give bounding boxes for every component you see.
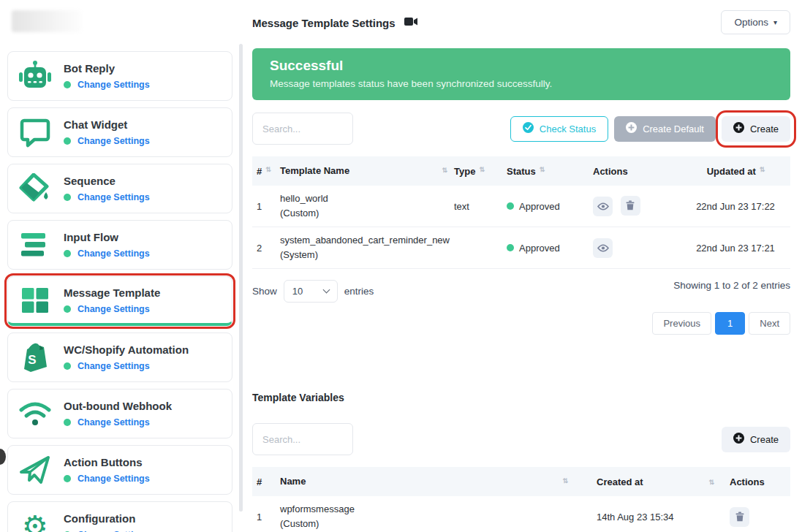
check-status-button[interactable]: Check Status	[510, 116, 608, 142]
templates-table-footer: Show 10 entries Showing 1 to 2 of 2 entr…	[252, 280, 790, 303]
pagination: Previous 1 Next	[252, 312, 790, 335]
col-header-template-name[interactable]: Template Name⇅	[280, 164, 454, 178]
sort-icon: ⇅	[540, 166, 545, 173]
sidebar-item-input-flow[interactable]: Input Flow Change Settings	[7, 220, 232, 270]
change-settings-link[interactable]: Change Settings	[77, 417, 150, 428]
robot-icon	[17, 60, 53, 92]
create-variable-label: Create	[750, 434, 779, 445]
check-circle-icon	[523, 122, 534, 135]
create-template-button[interactable]: Create	[722, 116, 790, 142]
page-size-select[interactable]: 10	[284, 280, 338, 303]
next-page-button[interactable]: Next	[749, 312, 790, 335]
status-dot	[507, 244, 514, 251]
edge-floating-widget[interactable]	[0, 449, 6, 465]
created-at: 14th Aug 23 15:34	[575, 512, 721, 522]
change-settings-link[interactable]: Change Settings	[77, 80, 150, 90]
previous-page-button[interactable]: Previous	[652, 312, 711, 335]
status-dot	[64, 81, 71, 88]
status-dot	[64, 250, 71, 257]
change-settings-link[interactable]: Change Settings	[77, 361, 150, 371]
template-name-cell: system_abandoned_cart_reminder_new (Syst…	[280, 233, 454, 262]
status-dot	[64, 362, 71, 370]
col-header-type[interactable]: Type⇅	[454, 166, 507, 177]
alert-message: Message templates status have been synch…	[270, 78, 773, 89]
sort-icon: ⇅	[479, 166, 484, 173]
entries-label: entries	[344, 286, 374, 297]
sidebar-item-bot-reply[interactable]: Bot Reply Change Settings	[7, 51, 232, 101]
col-header-updated-at[interactable]: Updated at⇅	[681, 166, 790, 177]
variable-name-cell: wpformsmessage (Custom)	[280, 502, 575, 531]
options-button-label: Options	[734, 17, 768, 28]
template-name: hello_world	[280, 191, 454, 206]
change-settings-link[interactable]: Change Settings	[77, 136, 150, 146]
row-num: 1	[252, 512, 280, 522]
options-button[interactable]: Options ▾	[721, 10, 790, 34]
svg-text:S: S	[28, 353, 36, 367]
col-header-status[interactable]: Status⇅	[507, 166, 593, 177]
col-header-created-at[interactable]: Created at⇅	[575, 476, 721, 487]
sidebar-item-wc-shopify-automation[interactable]: S WC/Shopify Automation Change Settings	[7, 332, 232, 382]
sidebar-scrollbar[interactable]	[239, 44, 243, 512]
col-header-actions: Actions	[721, 476, 790, 487]
sidebar-item-sequence[interactable]: Sequence Change Settings	[7, 164, 232, 213]
sidebar-item-label: Chat Widget	[64, 118, 150, 131]
sort-icon: ⇅	[265, 166, 271, 173]
settings-sidebar: Bot Reply Change Settings Chat Widget Ch…	[7, 7, 232, 532]
create-default-label: Create Default	[643, 123, 704, 134]
create-template-label: Create	[750, 123, 779, 134]
sidebar-item-configuration[interactable]: ⚙ Configuration Change Settings	[7, 501, 232, 532]
create-default-button[interactable]: Create Default	[614, 116, 716, 142]
grid-icon	[17, 286, 53, 314]
change-settings-link[interactable]: Change Settings	[77, 474, 150, 484]
sidebar-item-label: Configuration	[64, 512, 150, 525]
change-settings-link[interactable]: Change Settings	[77, 248, 150, 259]
show-label: Show	[252, 286, 277, 297]
col-header-name[interactable]: Name⇅	[280, 474, 575, 489]
plus-circle-icon	[626, 122, 637, 135]
gear-icon: ⚙	[17, 512, 53, 532]
eye-icon	[597, 202, 609, 210]
template-subname: (System)	[280, 248, 454, 262]
trash-icon	[626, 200, 635, 210]
updated-at: 22nd Jun 23 17:22	[681, 201, 790, 212]
show-entries-control: Show 10 entries	[252, 280, 374, 303]
chevron-down-icon: ▾	[773, 18, 777, 26]
col-header-num[interactable]: #⇅	[252, 166, 280, 177]
status-badge: Approved	[519, 201, 560, 212]
change-settings-link[interactable]: Change Settings	[77, 304, 150, 314]
chevron-down-icon	[322, 286, 330, 294]
sort-icon: ⇅	[760, 166, 765, 173]
status-dot	[64, 305, 71, 313]
view-button[interactable]	[593, 197, 613, 216]
video-camera-icon[interactable]	[404, 16, 417, 29]
delete-button[interactable]	[730, 507, 749, 527]
template-search-input[interactable]	[252, 113, 353, 145]
sidebar-item-out-bound-webhook[interactable]: Out-bound Webhook Change Settings	[7, 389, 232, 438]
plus-circle-icon	[733, 433, 744, 446]
wifi-icon	[17, 400, 53, 428]
paint-bucket-icon	[17, 173, 53, 204]
row-num: 2	[252, 243, 280, 254]
templates-table-header: #⇅ Template Name⇅ Type⇅ Status⇅ Actions …	[252, 156, 790, 186]
page-title: Message Template Settings	[252, 17, 396, 29]
actions-cell	[721, 507, 790, 527]
sidebar-item-message-template[interactable]: Message Template Change Settings	[7, 276, 232, 326]
view-button[interactable]	[593, 238, 613, 258]
delete-button[interactable]	[621, 196, 640, 216]
create-variable-button[interactable]: Create	[722, 427, 790, 452]
sidebar-item-action-buttons[interactable]: Action Buttons Change Settings	[7, 445, 232, 495]
variables-search-input[interactable]	[252, 423, 353, 455]
status-dot	[64, 475, 71, 482]
col-header-actions: Actions	[593, 166, 681, 177]
shopify-bag-icon: S	[17, 342, 53, 373]
status-dot	[64, 194, 71, 201]
template-name-cell: hello_world (Custom)	[280, 191, 454, 221]
page-1-button[interactable]: 1	[715, 312, 745, 335]
check-status-label: Check Status	[540, 123, 596, 134]
template-variables-title: Template Variables	[252, 392, 790, 403]
status-dot	[64, 419, 71, 426]
sidebar-item-label: Action Buttons	[64, 456, 150, 468]
chat-bubble-icon	[17, 117, 53, 148]
sidebar-item-chat-widget[interactable]: Chat Widget Change Settings	[7, 107, 232, 157]
change-settings-link[interactable]: Change Settings	[77, 192, 150, 202]
